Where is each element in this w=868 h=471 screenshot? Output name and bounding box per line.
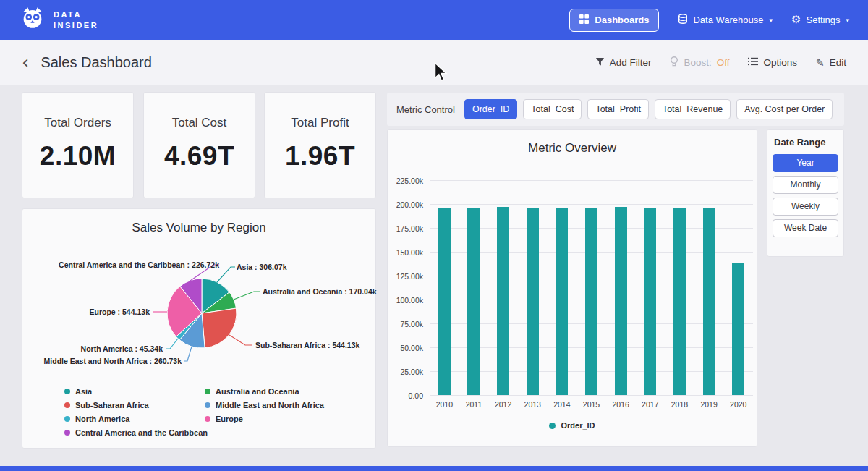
back-button[interactable]: ‹ <box>22 55 29 70</box>
bar-slot: 2018 <box>665 180 694 395</box>
legend-item-asia[interactable]: Asia <box>64 387 208 396</box>
bar-slot: 2011 <box>459 180 489 395</box>
metric-overview-card: Metric Overview 225.00k200.00k175.00k150… <box>387 129 757 447</box>
pie-slice-sub-saharan-africa[interactable] <box>202 308 237 348</box>
x-axis-label: 2020 <box>730 400 746 409</box>
y-axis-tick: 225.00k <box>396 177 423 185</box>
y-axis-tick: 50.00k <box>400 344 423 352</box>
legend-label: Central America and the Caribbean <box>75 428 208 437</box>
bar-slot: 2016 <box>606 180 636 395</box>
nav-settings[interactable]: ⚙ Settings ▾ <box>791 14 849 25</box>
date-range-button-monthly[interactable]: Monthly <box>773 176 838 194</box>
x-axis-label: 2016 <box>612 400 629 409</box>
pie-callout-australia-and-oceania: Australia and Oceania : 170.04k <box>263 287 377 296</box>
nav-dashboards-button[interactable]: Dashboards <box>569 9 659 32</box>
edit-button[interactable]: ✎ Edit <box>816 57 846 68</box>
x-axis-label: 2010 <box>436 400 453 409</box>
kpi-value: 2.10M <box>22 141 133 171</box>
legend-dot-icon <box>205 416 210 422</box>
list-icon <box>748 57 758 68</box>
legend-dot-icon <box>64 416 70 422</box>
sales-volume-by-region-card: Sales Volume by Region Asia : 306.07k Au… <box>22 208 376 449</box>
pie-callout-middle-east-and-north-africa: Middle East and North Africa : 260.73k <box>44 357 182 365</box>
metric-button-total-profit[interactable]: Total_Profit <box>587 99 649 119</box>
nav-settings-label: Settings <box>806 14 840 25</box>
page-title: Sales Dashboard <box>41 54 151 71</box>
bar-2020[interactable] <box>732 263 744 395</box>
metric-button-total-revenue[interactable]: Total_Revenue <box>655 99 731 119</box>
metric-control-bar: Metric Control Order_IDTotal_CostTotal_P… <box>387 93 844 126</box>
x-axis-label: 2018 <box>671 400 688 409</box>
owl-logo-icon <box>19 7 46 33</box>
boost-toggle[interactable]: Boost: Off <box>670 56 729 69</box>
y-axis-tick: 150.00k <box>396 248 423 257</box>
metric-buttons: Order_IDTotal_CostTotal_ProfitTotal_Reve… <box>464 99 833 119</box>
bar-slot: 2014 <box>548 180 577 395</box>
nav-data-warehouse[interactable]: Data Warehouse ▾ <box>678 14 773 26</box>
boost-label: Boost: <box>684 57 711 68</box>
bar-2017[interactable] <box>644 208 656 395</box>
metric-control-label: Metric Control <box>396 104 455 115</box>
legend-label: Europe <box>216 415 243 423</box>
add-filter-button[interactable]: Add Filter <box>595 57 652 69</box>
mouse-cursor <box>434 62 448 84</box>
date-range-title: Date Range <box>774 137 843 148</box>
bar-slot: 2017 <box>635 180 665 395</box>
bar-2018[interactable] <box>673 208 686 395</box>
legend-dot-icon <box>64 430 70 436</box>
bar-slot: 2015 <box>576 180 606 395</box>
date-range-button-year[interactable]: Year <box>773 154 838 172</box>
pie-legend-column-1: AsiaSub-Saharan AfricaNorth AmericaCentr… <box>64 387 208 437</box>
database-icon <box>678 14 688 26</box>
date-range-button-weekly[interactable]: Weekly <box>773 198 838 216</box>
y-axis-tick: 200.00k <box>396 200 423 209</box>
kpi-title: Total Cost <box>144 116 255 130</box>
bar-2011[interactable] <box>467 208 480 395</box>
bar-2016[interactable] <box>615 207 627 395</box>
kpi-title: Total Orders <box>22 116 133 130</box>
bar-2014[interactable] <box>556 208 568 395</box>
options-button[interactable]: Options <box>748 57 797 68</box>
legend-dot-icon <box>205 389 210 394</box>
legend-item-sub-saharan-africa[interactable]: Sub-Saharan Africa <box>64 401 208 410</box>
edit-label: Edit <box>830 57 846 68</box>
navbar: DATA INSIDER Dashboards Data Warehouse ▾… <box>0 0 868 40</box>
legend-item-middle-east-and-north-africa[interactable]: Middle East and North Africa <box>205 401 324 410</box>
brand-logo[interactable]: DATA INSIDER <box>19 7 98 33</box>
chevron-down-icon: ▾ <box>770 17 773 24</box>
legend-item-north-america[interactable]: North America <box>64 415 208 423</box>
boost-balloon-icon <box>670 56 678 69</box>
bar-2012[interactable] <box>497 207 509 395</box>
metric-button-avg-cost-per-order[interactable]: Avg. Cost per Order <box>736 99 833 119</box>
metric-button-order-id[interactable]: Order_ID <box>464 99 517 119</box>
x-axis-label: 2019 <box>700 400 717 409</box>
y-axis-tick: 100.00k <box>396 296 423 305</box>
pie-callout-line <box>234 292 260 300</box>
pie-callout-north-america: North America : 45.34k <box>81 344 163 353</box>
bar-2013[interactable] <box>527 208 539 395</box>
metric-button-total-cost[interactable]: Total_Cost <box>523 99 582 119</box>
x-axis-label: 2011 <box>466 400 482 409</box>
add-filter-label: Add Filter <box>610 57 652 68</box>
legend-item-central-america-and-the-caribbean[interactable]: Central America and the Caribbean <box>64 428 208 437</box>
kpi-card-total-orders: Total Orders 2.10M <box>22 92 134 198</box>
dashboard-grid-icon <box>579 14 589 26</box>
date-range-button-week-date[interactable]: Week Date <box>773 219 838 237</box>
pie-callout-asia: Asia : 306.07k <box>237 263 286 271</box>
legend-label: Sub-Saharan Africa <box>75 401 149 410</box>
x-axis-label: 2013 <box>524 400 541 409</box>
legend-dot-icon <box>64 402 70 408</box>
bar-slot: 2013 <box>518 180 548 395</box>
bar-2015[interactable] <box>585 208 597 396</box>
bar-chart-legend[interactable]: Order_ID <box>388 421 757 430</box>
bar-2019[interactable] <box>703 208 715 395</box>
kpi-card-total-cost: Total Cost 4.69T <box>143 92 255 198</box>
date-range-buttons: YearMonthlyWeeklyWeek Date <box>767 154 843 237</box>
legend-item-australia-and-oceania[interactable]: Australia and Oceania <box>205 387 324 396</box>
pie-callout-line <box>166 339 178 349</box>
legend-item-europe[interactable]: Europe <box>205 415 324 423</box>
bar-2010[interactable] <box>438 208 451 395</box>
gear-icon: ⚙ <box>791 14 801 25</box>
pie-legend-column-2: Australia and OceaniaMiddle East and Nor… <box>205 387 324 423</box>
boost-value: Off <box>717 57 730 68</box>
